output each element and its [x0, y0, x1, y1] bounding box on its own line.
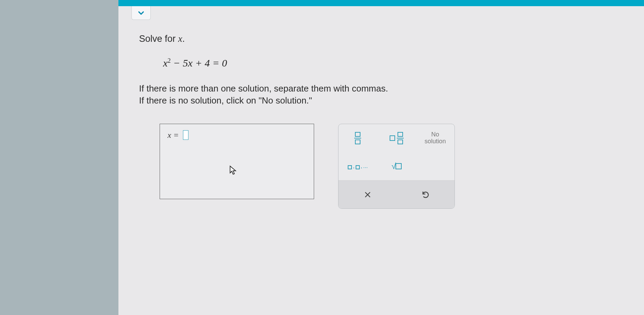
no-solution-label: No solution — [425, 131, 446, 145]
prompt-variable: x — [178, 34, 182, 44]
main-panel: Solve for x. x2 − 5x + 4 = 0 If there is… — [118, 0, 644, 315]
cursor-icon — [229, 165, 238, 177]
list-button[interactable]: ,,,...... — [338, 152, 377, 180]
top-bar — [118, 0, 644, 6]
list-icon: ,,,...... — [348, 163, 368, 169]
undo-icon — [422, 191, 430, 199]
mixed-number-icon — [390, 132, 404, 144]
instructions-line2: If there is no solution, click on "No so… — [139, 95, 623, 107]
keypad-spacer — [416, 152, 455, 180]
sqrt-icon: √ — [391, 161, 401, 171]
prompt-prefix: Solve for — [139, 34, 178, 44]
mixed-number-button[interactable] — [377, 124, 416, 152]
fraction-icon — [354, 132, 361, 144]
answer-box[interactable]: x = — [160, 124, 314, 199]
no-solution-button[interactable]: No solution — [416, 124, 455, 152]
equation: x2 − 5x + 4 = 0 — [139, 57, 623, 69]
chevron-down-icon — [137, 9, 146, 17]
answer-input[interactable] — [183, 130, 188, 140]
keypad: No solution ,,,...... √ — [338, 124, 455, 209]
eq-base2: x — [188, 57, 193, 69]
fraction-button[interactable] — [338, 124, 377, 152]
eq-exp1: 2 — [168, 57, 171, 64]
left-gutter — [0, 0, 118, 315]
instructions: If there is more than one solution, sepa… — [139, 83, 623, 107]
close-icon — [364, 191, 371, 198]
instructions-line1: If there is more than one solution, sepa… — [139, 83, 623, 95]
undo-button[interactable] — [396, 181, 455, 208]
collapse-tab[interactable] — [131, 6, 151, 20]
clear-button[interactable] — [338, 181, 396, 208]
prompt-suffix: . — [182, 34, 185, 44]
answer-label: x = — [168, 131, 179, 140]
sqrt-button[interactable]: √ — [377, 152, 416, 180]
question-prompt: Solve for x. — [139, 34, 623, 44]
eq-tail: + 4 = 0 — [193, 57, 227, 69]
eq-base1: x — [163, 57, 168, 69]
eq-mid: − 5 — [171, 57, 188, 69]
